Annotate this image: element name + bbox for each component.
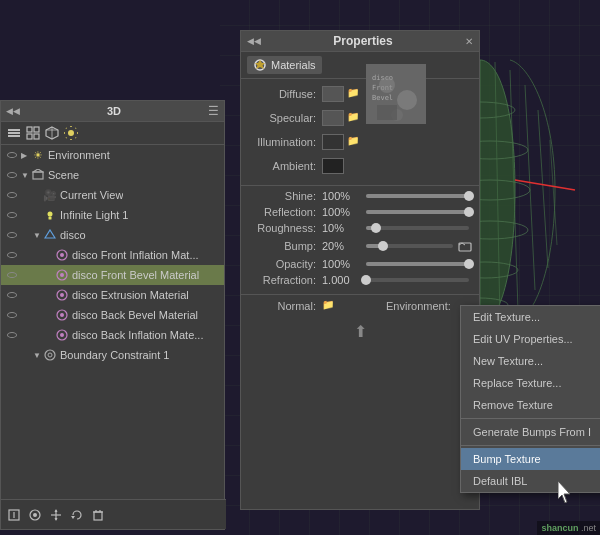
tree-item-current-view[interactable]: ▶ 🎥 Current View [1,185,224,205]
normal-folder-icon[interactable]: 📁 [322,299,336,313]
bump-folder-icon[interactable] [457,238,473,254]
panel-3d: ◀◀ 3D ☰ ▶ ☀ Environment [0,100,225,530]
panel-menu-icon[interactable]: ☰ [208,104,219,118]
bottom-add-icon[interactable] [6,507,22,523]
ctx-default-ibl[interactable]: Default IBL [461,470,600,492]
svg-point-50 [48,353,52,357]
refraction-track[interactable] [366,278,469,282]
eye-scene[interactable] [5,168,19,182]
illumination-color-box[interactable] [322,134,344,150]
svg-rect-16 [8,132,20,134]
constraint-icon [43,348,57,362]
diffuse-row: Diffuse: 📁 disco Front Bevel [247,84,473,104]
tree-label-scene: Scene [48,169,79,181]
eye-current-view[interactable] [5,188,19,202]
tree-label-disco: disco [60,229,86,241]
ctx-default-ibl-label: Default IBL [473,475,527,487]
tree-item-disco-front-bevel[interactable]: ▶ disco Front Bevel Material [1,265,224,285]
sun-icon: ☀ [31,148,45,162]
ctx-edit-uv[interactable]: Edit UV Properties... [461,328,600,350]
shine-value: 100% [322,190,362,202]
arrow-boundary-constraint: ▼ [33,351,43,360]
context-menu: Edit Texture... Edit UV Properties... Ne… [460,305,600,493]
eye-disco-back-bevel[interactable] [5,308,19,322]
toolbar-light-icon[interactable] [63,125,79,141]
eye-disco-extrusion[interactable] [5,288,19,302]
svg-marker-57 [55,509,58,512]
illumination-label: Illumination: [247,136,322,148]
toolbar-cube-icon[interactable] [44,125,60,141]
shine-label: Shine: [247,190,322,202]
shine-track[interactable] [366,194,469,198]
tree-item-boundary-constraint[interactable]: ▼ Boundary Constraint 1 [1,345,224,365]
tree-item-scene[interactable]: ▼ Scene [1,165,224,185]
svg-point-42 [60,273,64,277]
material-icon-2 [55,268,69,282]
material-icon-4 [55,308,69,322]
roughness-label: Roughness: [247,222,322,234]
specular-folder-icon[interactable]: 📁 [347,111,361,125]
eye-disco-front-inflation[interactable] [5,248,19,262]
ctx-replace-texture[interactable]: Replace Texture... [461,372,600,394]
diffuse-color-box[interactable] [322,86,344,102]
tree-item-disco-back-bevel[interactable]: ▶ disco Back Bevel Material [1,305,224,325]
tree-label-boundary-constraint: Boundary Constraint 1 [60,349,169,361]
eye-disco-back-inflation[interactable] [5,328,19,342]
illumination-folder-icon[interactable]: 📁 [347,135,361,149]
bump-track[interactable] [366,244,453,248]
mesh-icon [43,228,57,242]
tree-item-disco-front-inflation[interactable]: ▶ disco Front Inflation Mat... [1,245,224,265]
tree-item-environment[interactable]: ▶ ☀ Environment [1,145,224,165]
eye-disco-front-bevel[interactable] [5,268,19,282]
bottom-move-icon[interactable] [48,507,64,523]
tree-item-infinite-light[interactable]: ▶ Infinite Light 1 [1,205,224,225]
refraction-label: Refraction: [247,274,322,286]
ctx-bump-texture[interactable]: Bump Texture [461,448,600,470]
ctx-new-texture[interactable]: New Texture... [461,350,600,372]
reflection-track[interactable] [366,210,469,214]
eye-environment[interactable] [5,148,19,162]
ctx-edit-texture[interactable]: Edit Texture... [461,306,600,328]
toolbar-grid-icon[interactable] [25,125,41,141]
tree-item-disco-back-inflation[interactable]: ▶ disco Back Inflation Mate... [1,325,224,345]
materials-tab-icon [253,58,267,72]
ambient-color-box[interactable] [322,158,344,174]
properties-close-icon[interactable]: ✕ [465,36,473,47]
ctx-generate-bumps[interactable]: Generate Bumps From I [461,421,600,443]
svg-marker-38 [45,230,55,238]
specular-color-box[interactable] [322,110,344,126]
bottom-rotate-icon[interactable] [69,507,85,523]
collapse-left-icon[interactable]: ◀◀ [6,106,20,116]
upload-icon[interactable]: ⬆ [354,322,367,341]
properties-bottom-bar: ⬆ [241,317,479,346]
svg-line-33 [76,138,77,139]
arrow-scene: ▼ [21,171,31,180]
opacity-track[interactable] [366,262,469,266]
tab-materials-label: Materials [271,59,316,71]
ctx-generate-bumps-label: Generate Bumps From I [473,426,591,438]
bottom-delete-icon[interactable] [90,507,106,523]
properties-header: ◀◀ Properties ✕ [241,31,479,52]
svg-line-12 [538,110,548,268]
svg-point-71 [397,90,417,110]
ctx-remove-texture-label: Remove Texture [473,399,553,411]
bottom-material-icon[interactable] [27,507,43,523]
panel-3d-title: 3D [107,105,121,117]
eye-infinite-light[interactable] [5,208,19,222]
roughness-track[interactable] [366,226,469,230]
ctx-remove-texture[interactable]: Remove Texture [461,394,600,416]
tree-item-disco-extrusion[interactable]: ▶ disco Extrusion Material [1,285,224,305]
texture-thumbnail[interactable]: disco Front Bevel [366,64,426,124]
tab-materials[interactable]: Materials [247,56,322,74]
properties-collapse-icon[interactable]: ◀◀ [247,36,261,46]
tree-item-disco[interactable]: ▼ disco [1,225,224,245]
diffuse-folder-icon[interactable]: 📁 [347,87,361,101]
opacity-label: Opacity: [247,258,322,270]
sliders-section: Shine: 100% Reflection: 100% Roughness: … [241,186,479,295]
material-icon-3 [55,288,69,302]
tree-label-disco-back-inflation: disco Back Inflation Mate... [72,329,203,341]
svg-point-36 [48,212,53,217]
toolbar-layers-icon[interactable] [6,125,22,141]
normal-label: Normal: [247,300,322,312]
eye-disco[interactable] [5,228,19,242]
